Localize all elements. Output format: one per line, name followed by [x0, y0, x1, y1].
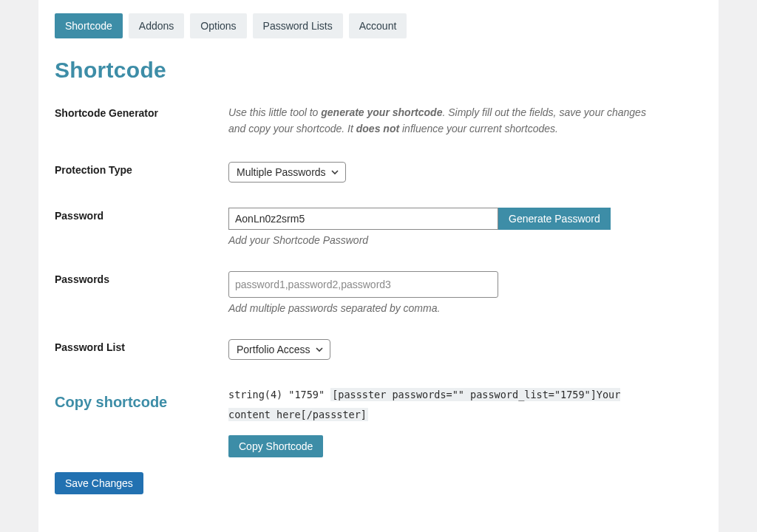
passwords-desc: Add multiple passwords separated by comm…	[228, 302, 702, 314]
chevron-down-icon	[330, 168, 339, 177]
save-changes-button[interactable]: Save Changes	[55, 472, 143, 494]
password-list-value: Portfolio Access	[237, 344, 310, 355]
label-password-list: Password List	[55, 339, 228, 353]
password-input[interactable]	[228, 208, 498, 230]
tab-options[interactable]: Options	[190, 13, 246, 38]
tab-shortcode[interactable]: Shortcode	[55, 13, 123, 38]
protection-type-value: Multiple Passwords	[237, 166, 326, 178]
label-password: Password	[55, 208, 228, 222]
label-protection-type: Protection Type	[55, 162, 228, 176]
tab-account[interactable]: Account	[349, 13, 407, 38]
shortcode-output: string(4) "1759" [passster passwords="" …	[228, 385, 635, 425]
chevron-down-icon	[315, 345, 324, 354]
settings-tabs: Shortcode Addons Options Password Lists …	[55, 13, 702, 38]
tab-addons[interactable]: Addons	[129, 13, 184, 38]
label-shortcode-generator: Shortcode Generator	[55, 105, 228, 119]
protection-type-select[interactable]: Multiple Passwords	[228, 162, 346, 183]
page-title: Shortcode	[55, 58, 702, 83]
generate-password-button[interactable]: Generate Password	[498, 208, 611, 230]
tab-password-lists[interactable]: Password Lists	[253, 13, 343, 38]
label-passwords: Passwords	[55, 271, 228, 285]
passwords-input[interactable]	[228, 271, 498, 298]
password-desc: Add your Shortcode Password	[228, 234, 702, 246]
password-list-select[interactable]: Portfolio Access	[228, 339, 330, 360]
generator-help-text: Use this little tool to generate your sh…	[228, 105, 657, 137]
label-copy-shortcode: Copy shortcode	[55, 385, 228, 411]
copy-shortcode-button[interactable]: Copy Shortcode	[228, 435, 323, 457]
